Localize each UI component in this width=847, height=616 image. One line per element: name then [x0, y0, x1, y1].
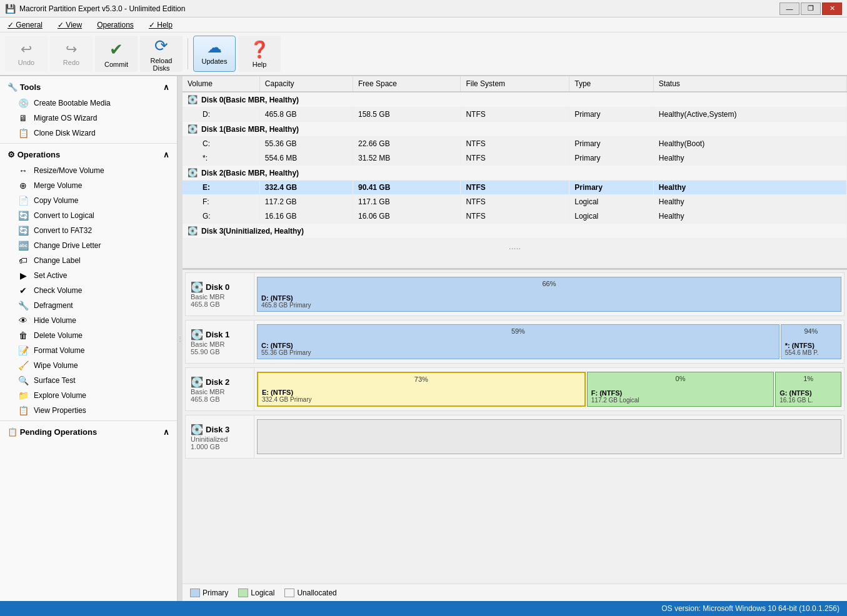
sidebar-item-migrate-os[interactable]: 🖥 Migrate OS Wizard [0, 111, 177, 126]
table-row[interactable]: 💽Disk 1(Basic MBR, Healthy) [183, 122, 847, 137]
sidebar-item-convert-fat32[interactable]: 🔄 Convert to FAT32 [0, 223, 177, 238]
disk-icon: 💽 [191, 329, 203, 340]
change-label-icon: 🏷 [18, 256, 29, 266]
restore-button[interactable]: ❐ [801, 2, 821, 15]
updates-button[interactable]: ☁ Updates [193, 36, 236, 72]
disk-name: 💽 Disk 0 [191, 281, 249, 293]
partition-block[interactable]: 59% C: (NTFS) 55.36 GB Primary [257, 324, 779, 359]
sidebar-item-convert-logical[interactable]: 🔄 Convert to Logical [0, 208, 177, 223]
col-status: Status [653, 76, 846, 92]
disk-size: 465.8 GB [191, 301, 249, 308]
sidebar-item-defragment[interactable]: 🔧 Defragment [0, 298, 177, 313]
reload-disks-button[interactable]: ⟳ Reload Disks [140, 36, 183, 72]
table-row[interactable]: E: 332.4 GB 90.41 GB NTFS Primary Health… [183, 181, 847, 195]
disk-partitions-area: 59% C: (NTFS) 55.36 GB Primary 94% *: (N… [254, 320, 844, 363]
table-row[interactable]: C: 55.36 GB 22.66 GB NTFS Primary Health… [183, 137, 847, 151]
partition-percent: 1% [776, 375, 841, 382]
partition-detail: 465.8 GB Primary [261, 302, 837, 309]
explore-volume-label: Explore Volume [34, 391, 86, 400]
col-type: Type [569, 76, 654, 92]
table-row[interactable]: *: 554.6 MB 31.52 MB NTFS Primary Health… [183, 151, 847, 166]
commit-icon: ✔ [109, 40, 123, 59]
check-volume-icon: ✔ [18, 286, 29, 296]
resize-move-icon: ↔ [18, 166, 29, 176]
help-button[interactable]: ❓ Help [238, 36, 281, 72]
commit-button[interactable]: ✔ Commit [95, 36, 138, 72]
menu-view[interactable]: ✓ View [55, 19, 84, 31]
sidebar-item-surface-test[interactable]: 🔍 Surface Test [0, 373, 177, 388]
copy-volume-icon: 📄 [18, 196, 29, 206]
title-bar-left: 💾 Macrorit Partition Expert v5.3.0 - Unl… [5, 4, 185, 14]
partition-block[interactable]: 1% G: (NTFS) 16.16 GB L. [775, 372, 841, 407]
resize-handle[interactable]: ⋮ [178, 76, 183, 601]
disk-label-area: 💽 Disk 0 Basic MBR 465.8 GB [186, 273, 254, 315]
table-row[interactable]: G: 16.16 GB 16.06 GB NTFS Logical Health… [183, 209, 847, 224]
partition-block[interactable]: 73% E: (NTFS) 332.4 GB Primary [257, 372, 586, 407]
menu-operations[interactable]: Operations [94, 19, 136, 31]
view-properties-label: View Properties [34, 406, 86, 415]
partition-block[interactable]: 66% D: (NTFS) 465.8 GB Primary [257, 277, 841, 312]
partition-percent: 66% [258, 280, 841, 287]
disk-partitions-area [254, 415, 844, 458]
partition-block[interactable]: 0% F: (NTFS) 117.2 GB Logical [587, 372, 774, 407]
sidebar-item-hide-volume[interactable]: 👁 Hide Volume [0, 313, 177, 328]
table-row[interactable]: 💽Disk 3(Uninitialized, Healthy) [183, 224, 847, 239]
sidebar-item-explore-volume[interactable]: 📁 Explore Volume [0, 388, 177, 403]
partition-name: E: (NTFS) [262, 389, 581, 396]
disk-size: 1.000 GB [191, 443, 249, 450]
partition-block[interactable]: 94% *: (NTFS) 554.6 MB P. [781, 324, 841, 359]
legend-primary: Primary [190, 589, 228, 597]
sidebar-item-wipe-volume[interactable]: 🧹 Wipe Volume [0, 358, 177, 373]
resize-move-label: Resize/Move Volume [34, 166, 104, 175]
sidebar-item-view-properties[interactable]: 📋 View Properties [0, 403, 177, 418]
legend-bar: Primary Logical Unallocated [183, 584, 847, 601]
disk-type: Basic MBR [191, 388, 249, 395]
disk-type: Uninitialized [191, 435, 249, 443]
undo-button[interactable]: ↩ Undo [5, 36, 48, 72]
redo-label: Redo [63, 59, 79, 66]
sidebar-item-merge-volume[interactable]: ⊕ Merge Volume [0, 178, 177, 193]
minimize-button[interactable]: — [779, 2, 799, 15]
sidebar-item-delete-volume[interactable]: 🗑 Delete Volume [0, 328, 177, 343]
sidebar-item-format-volume[interactable]: 📝 Format Volume [0, 343, 177, 358]
table-row[interactable]: D: 465.8 GB 158.5 GB NTFS Primary Health… [183, 107, 847, 122]
set-active-label: Set Active [34, 271, 67, 280]
surface-test-icon: 🔍 [18, 375, 29, 385]
operations-section-header[interactable]: ⚙ Operations ∧ [0, 146, 177, 163]
clone-disk-label: Clone Disk Wizard [34, 129, 96, 137]
app-title: Macrorit Partition Expert v5.3.0 - Unlim… [19, 4, 185, 13]
menu-general[interactable]: ✓ General [5, 19, 45, 31]
sidebar-item-resize-move[interactable]: ↔ Resize/Move Volume [0, 163, 177, 178]
table-row[interactable]: 💽Disk 0(Basic MBR, Healthy) [183, 92, 847, 107]
legend-logical-label: Logical [251, 589, 274, 597]
sidebar-item-change-label[interactable]: 🏷 Change Label [0, 253, 177, 268]
partition-percent: 59% [258, 327, 779, 335]
redo-button[interactable]: ↪ Redo [50, 36, 93, 72]
merge-volume-icon: ⊕ [18, 181, 29, 191]
partition-detail: 16.16 GB L. [779, 397, 837, 404]
wipe-volume-icon: 🧹 [18, 360, 29, 370]
close-button[interactable]: ✕ [822, 2, 842, 15]
menu-help[interactable]: ✓ Help [146, 19, 175, 31]
sidebar-item-clone-disk[interactable]: 📋 Clone Disk Wizard [0, 126, 177, 141]
partition-detail: 117.2 GB Logical [591, 397, 769, 404]
title-bar: 💾 Macrorit Partition Expert v5.3.0 - Unl… [0, 0, 847, 17]
undo-label: Undo [18, 59, 34, 66]
set-active-icon: ▶ [18, 271, 29, 281]
disk-icon: 💽 [191, 424, 203, 435]
table-row[interactable]: F: 117.2 GB 117.1 GB NTFS Logical Health… [183, 195, 847, 209]
sidebar-item-copy-volume[interactable]: 📄 Copy Volume [0, 193, 177, 208]
tools-section-header[interactable]: 🔧 Tools ∧ [0, 79, 177, 96]
disk-name: 💽 Disk 3 [191, 424, 249, 435]
sidebar-item-change-drive-letter[interactable]: 🔤 Change Drive Letter [0, 238, 177, 253]
pending-section-header[interactable]: 📋 Pending Operations ∧ [0, 424, 177, 440]
table-row[interactable]: 💽Disk 2(Basic MBR, Healthy) [183, 166, 847, 181]
sidebar-item-check-volume[interactable]: ✔ Check Volume [0, 283, 177, 298]
col-volume: Volume [183, 76, 259, 92]
partition-block-empty[interactable] [257, 419, 841, 454]
operations-collapse-icon: ∧ [163, 150, 169, 159]
col-filesystem: File System [461, 76, 569, 92]
sidebar-item-set-active[interactable]: ▶ Set Active [0, 268, 177, 283]
sidebar-item-create-bootable[interactable]: 💿 Create Bootable Media [0, 96, 177, 111]
disk-visual-item: 💽 Disk 0 Basic MBR 465.8 GB 66% D: (NTFS… [185, 272, 844, 316]
